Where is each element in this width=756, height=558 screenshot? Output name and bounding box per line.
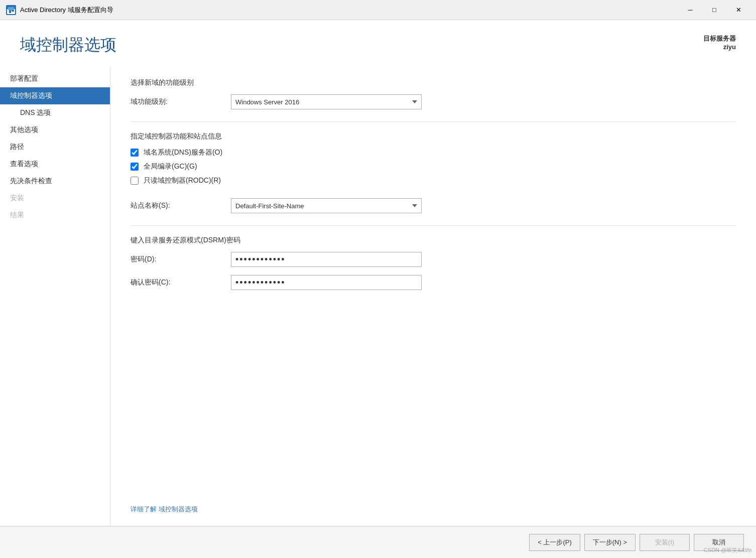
confirm-password-label: 确认密码(C): <box>131 278 231 287</box>
sidebar-item-dns-options[interactable]: DNS 选项 <box>0 104 110 121</box>
confirm-password-input[interactable] <box>231 275 422 290</box>
window-header: 域控制器选项 目标服务器 ziyu <box>0 20 756 66</box>
domain-func-label: 域功能级别: <box>131 97 231 106</box>
help-link[interactable]: 详细了解 域控制器选项 <box>131 495 736 514</box>
sidebar: 部署配置 域控制器选项 DNS 选项 其他选项 路径 查看选项 先决条件检查 安… <box>0 66 110 526</box>
confirm-password-row: 确认密码(C): <box>131 275 736 290</box>
target-server-name: ziyu <box>703 43 736 51</box>
password-input[interactable] <box>231 252 422 267</box>
separator-2 <box>131 225 736 226</box>
section-title-1: 选择新域的功能级别 <box>131 78 736 87</box>
watermark: CSDN @班笑&&life <box>704 546 752 554</box>
password-row: 密码(D): <box>131 252 736 267</box>
domain-func-wrap: Windows Server 2016 <box>231 94 422 109</box>
sidebar-item-prerequisites[interactable]: 先决条件检查 <box>0 173 110 190</box>
sidebar-item-dc-options[interactable]: 域控制器选项 <box>0 87 110 104</box>
app-icon <box>6 5 16 15</box>
main-window: 域控制器选项 目标服务器 ziyu 部署配置 域控制器选项 DNS 选项 其他选… <box>0 20 756 558</box>
site-name-select[interactable]: Default-First-Site-Name <box>231 198 422 213</box>
site-name-wrap: Default-First-Site-Name <box>231 198 422 213</box>
svg-rect-3 <box>9 10 11 13</box>
checkbox-dns-row: 域名系统(DNS)服务器(O) <box>131 148 736 157</box>
sidebar-item-other-options[interactable]: 其他选项 <box>0 121 110 138</box>
domain-func-row: 域功能级别: Windows Server 2016 <box>131 94 736 109</box>
checkbox-gc-label[interactable]: 全局编录(GC)(G) <box>144 162 197 171</box>
checkbox-gc[interactable] <box>131 163 139 171</box>
checkbox-rodc-row: 只读域控制器(RODC)(R) <box>131 176 736 185</box>
page-title: 域控制器选项 <box>20 34 116 56</box>
sidebar-item-view-options[interactable]: 查看选项 <box>0 156 110 173</box>
close-button[interactable]: ✕ <box>727 2 750 18</box>
checkbox-rodc-label[interactable]: 只读域控制器(RODC)(R) <box>144 176 221 185</box>
title-bar-text: Active Directory 域服务配置向导 <box>20 6 679 15</box>
target-server-label: 目标服务器 <box>703 34 736 43</box>
footer: < 上一步(P) 下一步(N) > 安装(I) 取消 <box>0 526 756 558</box>
target-server: 目标服务器 ziyu <box>703 34 736 51</box>
sidebar-item-deployment[interactable]: 部署配置 <box>0 70 110 87</box>
checkbox-gc-row: 全局编录(GC)(G) <box>131 162 736 171</box>
confirm-password-wrap <box>231 275 422 290</box>
content-area: 部署配置 域控制器选项 DNS 选项 其他选项 路径 查看选项 先决条件检查 安… <box>0 66 756 526</box>
prev-button[interactable]: < 上一步(P) <box>529 534 580 551</box>
section-title-2: 指定域控制器功能和站点信息 <box>131 132 736 141</box>
password-label: 密码(D): <box>131 255 231 264</box>
checkbox-dns-label[interactable]: 域名系统(DNS)服务器(O) <box>144 148 222 157</box>
install-button[interactable]: 安装(I) <box>640 534 690 551</box>
sidebar-item-paths[interactable]: 路径 <box>0 138 110 156</box>
sidebar-item-results: 结果 <box>0 207 110 224</box>
checkbox-dns[interactable] <box>131 149 139 157</box>
site-name-row: 站点名称(S): Default-First-Site-Name <box>131 198 736 213</box>
domain-func-select[interactable]: Windows Server 2016 <box>231 94 422 109</box>
checkbox-rodc[interactable] <box>131 177 139 185</box>
site-name-label: 站点名称(S): <box>131 201 231 210</box>
password-wrap <box>231 252 422 267</box>
next-button[interactable]: 下一步(N) > <box>584 534 636 551</box>
maximize-button[interactable]: □ <box>703 2 726 18</box>
window-controls: ─ □ ✕ <box>679 2 750 18</box>
sidebar-item-install: 安装 <box>0 190 110 207</box>
section-title-3: 键入目录服务还原模式(DSRM)密码 <box>131 236 736 245</box>
minimize-button[interactable]: ─ <box>679 2 702 18</box>
title-bar: Active Directory 域服务配置向导 ─ □ ✕ <box>0 0 756 20</box>
svg-rect-4 <box>12 10 14 12</box>
svg-rect-2 <box>8 7 14 10</box>
separator-1 <box>131 121 736 122</box>
main-panel: 选择新域的功能级别 域功能级别: Windows Server 2016 指定域… <box>110 66 756 526</box>
checkbox-section: 域名系统(DNS)服务器(O) 全局编录(GC)(G) 只读域控制器(RODC)… <box>131 148 736 190</box>
